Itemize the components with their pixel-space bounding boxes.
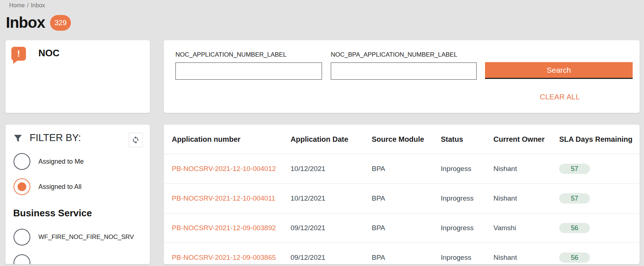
source-module-cell: BPA (372, 224, 441, 232)
page-title: Inbox (6, 14, 45, 31)
breadcrumb-current: Inbox (31, 2, 45, 8)
application-number-link[interactable]: PB-NOCSRV-2021-12-10-004012 (172, 165, 291, 173)
sla-days-badge: 56 (559, 252, 590, 263)
refresh-button[interactable] (129, 133, 143, 147)
table-header-row: Application number Application Date Sour… (164, 125, 640, 154)
application-date-cell: 09/12/2021 (291, 254, 372, 262)
noc-card[interactable]: ! NOC (5, 40, 150, 113)
table-row: PB-NOCSRV-2021-12-09-003865 09/12/2021 B… (164, 243, 640, 264)
application-number-link[interactable]: PB-NOCSRV-2021-12-09-003892 (172, 224, 291, 232)
clear-all-link[interactable]: CLEAR ALL (540, 93, 580, 101)
breadcrumb-separator: / (27, 2, 29, 8)
application-date-cell: 10/12/2021 (291, 194, 372, 202)
noc-card-title: NOC (38, 48, 60, 59)
inbox-count-badge: 329 (50, 15, 71, 31)
source-module-cell: BPA (372, 194, 441, 202)
table-row: PB-NOCSRV-2021-12-09-003892 09/12/2021 B… (164, 213, 640, 243)
sla-days-badge: 56 (559, 223, 590, 233)
current-owner-cell: Nishant (493, 194, 559, 202)
search-panel: NOC_APPLICATION_NUMBER_LABEL NOC_BPA_APP… (164, 40, 640, 113)
bpa-application-number-label: NOC_BPA_APPLICATION_NUMBER_LABEL (331, 51, 457, 58)
application-date-cell: 09/12/2021 (291, 224, 372, 232)
radio-business-service-wf-fire[interactable] (14, 229, 30, 246)
refresh-icon (132, 136, 140, 144)
status-cell: Inprogress (441, 194, 493, 202)
search-button[interactable]: Search (485, 62, 633, 79)
radio-business-service-next[interactable] (14, 254, 30, 264)
status-cell: Inprogress (441, 224, 493, 232)
current-owner-cell: Vamshi (493, 224, 559, 232)
exclamation-glyph: ! (17, 49, 20, 59)
col-application-date: Application Date (291, 135, 372, 144)
application-number-input[interactable] (175, 62, 322, 80)
application-number-link[interactable]: PB-NOCSRV-2021-12-09-003865 (172, 254, 291, 262)
radio-assigned-to-me[interactable] (14, 153, 30, 170)
filter-by-title: FILTER BY: (30, 132, 81, 144)
application-number-link[interactable]: PB-NOCSRV-2021-12-10-004011 (172, 194, 291, 202)
status-cell: Inprogess (441, 254, 493, 262)
col-application-number: Application number (172, 135, 291, 144)
table-row: PB-NOCSRV-2021-12-10-004012 10/12/2021 B… (164, 154, 640, 184)
source-module-cell: BPA (372, 254, 441, 262)
radio-label-assigned-to-me[interactable]: Assigned to Me (38, 158, 84, 166)
radio-label-business-service-wf-fire[interactable]: WF_FIRE_NOC_FIRE_NOC_SRV (38, 233, 134, 241)
col-source-module: Source Module (372, 135, 441, 144)
filter-funnel-icon (14, 134, 22, 142)
source-module-cell: BPA (372, 165, 441, 173)
breadcrumb: Home/Inbox (9, 2, 45, 9)
radio-label-assigned-to-all[interactable]: Assigned to All (38, 183, 82, 191)
business-service-heading: Business Service (13, 208, 92, 219)
filter-panel: FILTER BY: Assigned to Me Assigned to Al… (5, 125, 150, 264)
status-cell: Inprogess (441, 165, 493, 173)
col-sla-days-remaining: SLA Days Remaining (559, 135, 640, 144)
col-current-owner: Current Owner (493, 135, 559, 144)
table-row: PB-NOCSRV-2021-12-10-004011 10/12/2021 B… (164, 184, 640, 213)
application-date-cell: 10/12/2021 (291, 165, 372, 173)
current-owner-cell: Nishant (493, 254, 559, 262)
col-status: Status (441, 135, 493, 144)
inbox-table: Application number Application Date Sour… (164, 125, 640, 264)
bpa-application-number-input[interactable] (331, 62, 477, 80)
radio-assigned-to-all[interactable] (14, 178, 30, 195)
breadcrumb-home[interactable]: Home (9, 2, 25, 8)
sla-days-badge: 57 (559, 164, 590, 174)
application-number-label: NOC_APPLICATION_NUMBER_LABEL (175, 51, 287, 58)
sla-days-badge: 57 (559, 193, 590, 204)
page-header: Inbox 329 (6, 14, 71, 31)
chat-alert-icon: ! (11, 47, 26, 61)
current-owner-cell: Nishant (493, 165, 559, 173)
